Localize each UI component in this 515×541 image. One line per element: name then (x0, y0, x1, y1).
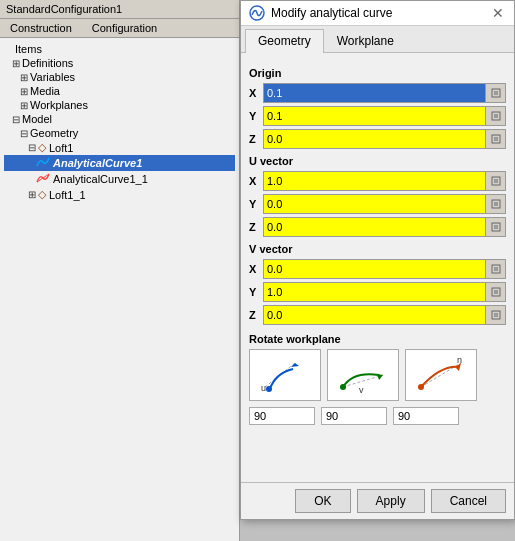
tree-loft1[interactable]: ⊟ ◇ Loft1 (4, 140, 235, 155)
dialog-titlebar: Modify analytical curve ✕ (241, 1, 514, 26)
rotate-input-1[interactable] (249, 407, 315, 425)
tree-analyticalcurve1-1[interactable]: AnalyticalCurve1_1 (4, 171, 235, 187)
origin-label: Origin (249, 67, 506, 79)
loft1-1-icon: ◇ (38, 188, 46, 201)
origin-x-label: X (249, 87, 263, 99)
tree-analyticalcurve1[interactable]: AnalyticalCurve1 (4, 155, 235, 171)
dialog-content: Origin X Y Z U vector X (241, 53, 514, 482)
svg-rect-3 (494, 91, 498, 95)
vvec-z-label: Z (249, 309, 263, 321)
ok-button[interactable]: OK (295, 489, 350, 513)
tree-definitions[interactable]: ⊞ Definitions (4, 56, 235, 70)
expand-geometry-icon: ⊟ (20, 128, 28, 139)
uvector-label: U vector (249, 155, 506, 167)
expand-loft1-1-icon: ⊞ (28, 189, 36, 200)
vvec-x-label: X (249, 263, 263, 275)
vvec-z-input[interactable] (263, 305, 486, 325)
rotate-label: Rotate workplane (249, 333, 506, 345)
uvec-y-label: Y (249, 198, 263, 210)
svg-rect-7 (494, 137, 498, 141)
uvec-x-row: X (249, 171, 506, 191)
expand-media-icon: ⊞ (20, 86, 28, 97)
tree-model[interactable]: ⊟ Model (4, 112, 235, 126)
svg-rect-13 (494, 225, 498, 229)
uvec-y-btn[interactable] (486, 194, 506, 214)
origin-y-label: Y (249, 110, 263, 122)
rotate-img-3[interactable]: n (405, 349, 477, 401)
dialog-tabs: Geometry Workplane (241, 26, 514, 53)
uvec-z-input[interactable] (263, 217, 486, 237)
vvec-y-label: Y (249, 286, 263, 298)
svg-rect-5 (494, 114, 498, 118)
origin-z-btn[interactable] (486, 129, 506, 149)
loft1-icon: ◇ (38, 141, 46, 154)
uvec-z-row: Z (249, 217, 506, 237)
svg-rect-11 (494, 202, 498, 206)
vvec-y-input[interactable] (263, 282, 486, 302)
rotate-img-1[interactable]: u (249, 349, 321, 401)
dialog-title-left: Modify analytical curve (249, 5, 392, 21)
svg-point-31 (418, 384, 424, 390)
vvec-z-row: Z (249, 305, 506, 325)
svg-rect-19 (494, 313, 498, 317)
uvec-x-input[interactable] (263, 171, 486, 191)
rotate-images: u v (249, 349, 506, 401)
svg-point-27 (340, 384, 346, 390)
vvec-y-btn[interactable] (486, 282, 506, 302)
svg-marker-21 (291, 363, 299, 367)
vvec-y-row: Y (249, 282, 506, 302)
tree-media[interactable]: ⊞ Media (4, 84, 235, 98)
origin-z-input[interactable] (263, 129, 486, 149)
origin-z-label: Z (249, 133, 263, 145)
dialog: Modify analytical curve ✕ Geometry Workp… (240, 0, 515, 520)
tree-area: Items ⊞ Definitions ⊞ Variables ⊞ Media … (0, 38, 239, 206)
tab-configuration[interactable]: Configuration (82, 19, 167, 37)
curve1-icon (36, 156, 50, 170)
origin-y-row: Y (249, 106, 506, 126)
tree-workplanes[interactable]: ⊞ Workplanes (4, 98, 235, 112)
tree-loft1-1[interactable]: ⊞ ◇ Loft1_1 (4, 187, 235, 202)
dialog-title: Modify analytical curve (271, 6, 392, 20)
origin-x-input[interactable] (263, 83, 486, 103)
tree-variables[interactable]: ⊞ Variables (4, 70, 235, 84)
left-panel: StandardConfiguration1 Construction Conf… (0, 0, 240, 541)
dialog-close-button[interactable]: ✕ (490, 5, 506, 21)
origin-z-row: Z (249, 129, 506, 149)
origin-y-input[interactable] (263, 106, 486, 126)
tab-geometry[interactable]: Geometry (245, 29, 324, 53)
svg-rect-17 (494, 290, 498, 294)
vvector-label: V vector (249, 243, 506, 255)
uvec-z-label: Z (249, 221, 263, 233)
svg-text:v: v (359, 385, 364, 395)
uvec-y-row: Y (249, 194, 506, 214)
cancel-button[interactable]: Cancel (431, 489, 506, 513)
expand-variables-icon: ⊞ (20, 72, 28, 83)
tab-workplane[interactable]: Workplane (324, 29, 407, 52)
expand-workplanes-icon: ⊞ (20, 100, 28, 111)
expand-loft1-icon: ⊟ (28, 142, 36, 153)
vvec-x-input[interactable] (263, 259, 486, 279)
vvec-z-btn[interactable] (486, 305, 506, 325)
dialog-icon (249, 5, 265, 21)
uvec-y-input[interactable] (263, 194, 486, 214)
left-panel-tabs: Construction Configuration (0, 19, 239, 38)
rotate-input-2[interactable] (321, 407, 387, 425)
expand-model-icon: ⊟ (12, 114, 20, 125)
apply-button[interactable]: Apply (357, 489, 425, 513)
svg-text:u: u (261, 383, 266, 393)
svg-rect-9 (494, 179, 498, 183)
tab-construction[interactable]: Construction (0, 19, 82, 37)
vvec-x-row: X (249, 259, 506, 279)
uvec-x-label: X (249, 175, 263, 187)
curve1-1-icon (36, 172, 50, 186)
vvec-x-btn[interactable] (486, 259, 506, 279)
origin-y-btn[interactable] (486, 106, 506, 126)
rotate-inputs (249, 407, 506, 425)
uvec-z-btn[interactable] (486, 217, 506, 237)
rotate-input-3[interactable] (393, 407, 459, 425)
uvec-x-btn[interactable] (486, 171, 506, 191)
origin-x-btn[interactable] (486, 83, 506, 103)
tree-geometry[interactable]: ⊟ Geometry (4, 126, 235, 140)
rotate-img-2[interactable]: v (327, 349, 399, 401)
dialog-footer: OK Apply Cancel (241, 482, 514, 519)
